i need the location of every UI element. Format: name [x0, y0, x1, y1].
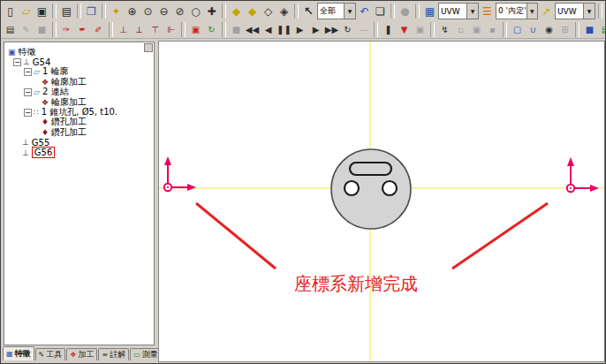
open-folder-button[interactable]: ▱: [19, 4, 34, 19]
expand-toggle-icon[interactable]: −: [24, 68, 32, 76]
sim-camera-button[interactable]: ◉: [542, 23, 557, 36]
axis-dropdown[interactable]: UVW ▼: [555, 3, 595, 19]
panel-scroll-button[interactable]: [144, 43, 153, 52]
stack-green-button[interactable]: ▤: [598, 23, 606, 36]
ucs-dropdown[interactable]: UVW ▼: [438, 3, 479, 19]
post-doc-1-button[interactable]: ✑: [59, 23, 74, 36]
zoom-highlight-button[interactable]: ✦: [109, 4, 124, 19]
filter-circle-button[interactable]: ●: [398, 4, 413, 19]
graphics-canvas[interactable]: 座標系新增完成: [158, 41, 605, 362]
chevron-down-icon[interactable]: ▼: [583, 4, 595, 19]
chevron-down-icon[interactable]: ▼: [526, 4, 537, 19]
tool-holder-button[interactable]: ❚: [381, 23, 396, 36]
separator: [181, 22, 186, 37]
tree-item-g54[interactable]: − ⊥ G54: [6, 57, 154, 66]
sim-rewind-button[interactable]: ◀◀: [245, 23, 260, 36]
sheet-button[interactable]: ❏: [373, 4, 388, 19]
tab-annotation[interactable]: ≡ 註解: [98, 348, 129, 360]
verify-button[interactable]: ▣: [188, 23, 203, 36]
sim-ffwd-button[interactable]: ▶▶: [324, 23, 339, 36]
ucs-marker-right[interactable]: [567, 157, 599, 192]
sim-cup-button[interactable]: ∪: [526, 23, 541, 36]
part-hole-right[interactable]: [383, 181, 397, 195]
toolbar-machining: ▤ ✎ ■ ✑ ✒ ✐ ⊥ ⟂ ⊤ ⊩ ▣ ↻ ■ ◀◀ ◀ ❚❚ ▶ ▶ ▶▶…: [1, 21, 605, 39]
ucs-icon: ⊥: [23, 57, 30, 66]
expand-toggle-icon[interactable]: −: [24, 109, 32, 117]
sim-stop-button[interactable]: ■: [229, 23, 244, 36]
toolpath-2-button[interactable]: ⟂: [132, 23, 147, 36]
tree-item-g56[interactable]: ⊥ G56: [6, 148, 154, 157]
hidden-line-button[interactable]: ◈: [276, 4, 292, 19]
zoom-dynamic-button[interactable]: ⊙: [140, 4, 155, 19]
paste-button[interactable]: ❐: [84, 4, 99, 19]
select-cursor-button[interactable]: ↖: [301, 4, 316, 19]
tree-item-g55[interactable]: ⊥ G55: [6, 138, 154, 148]
chevron-down-icon[interactable]: ▼: [466, 4, 478, 19]
feature-tree: ▣ 特徵 − ⊥ G54 − ▱ 1 輪廓 ❖ 輪廓加工 − ▱ 2 連結: [4, 42, 154, 157]
toolbar-standard: ▯ ▱ ▣ ▤ ❐ ✦ ⊕ ⊙ ⊖ ⊘ ○ ✚ ◆ ◆ ◇ ◈ ↖ 全部 ▼ ↶…: [1, 1, 605, 21]
nc-print-button[interactable]: ▤: [3, 23, 18, 36]
app-window: ▯ ▱ ▣ ▤ ❐ ✦ ⊕ ⊙ ⊖ ⊘ ○ ✚ ◆ ◆ ◇ ◈ ↖ 全部 ▼ ↶…: [0, 0, 606, 364]
circle-button[interactable]: ○: [188, 4, 203, 19]
zoom-out-button[interactable]: ⊖: [156, 4, 171, 19]
regenerate-button[interactable]: ↻: [204, 23, 219, 36]
chevron-down-icon[interactable]: ▼: [344, 4, 355, 19]
tab-machining[interactable]: ❖ 加工: [66, 348, 97, 360]
tool-red-button[interactable]: ▼: [397, 23, 412, 36]
drill-op-icon: ♦: [42, 128, 49, 137]
zoom-in-button[interactable]: ⊕: [125, 4, 140, 19]
nc-edit-button[interactable]: ✎: [19, 23, 34, 36]
sim-play-button[interactable]: ▶: [292, 23, 307, 36]
save-2-button[interactable]: ▣: [469, 23, 484, 36]
post-curve-button[interactable]: ✐: [91, 23, 106, 36]
pick-tool-button[interactable]: ↯: [437, 23, 452, 36]
sim-pause-button[interactable]: ❚❚: [276, 23, 292, 36]
shaded-edges-button[interactable]: ◆: [245, 4, 260, 19]
pan-button[interactable]: ✚: [204, 4, 219, 19]
cube-blue-button[interactable]: ■: [582, 23, 597, 36]
post-doc-2-button[interactable]: ✒: [75, 23, 90, 36]
shaded-button[interactable]: ◆: [229, 4, 244, 19]
tab-tools[interactable]: ✎ 工具: [35, 348, 66, 360]
sim-step-button[interactable]: ▶: [308, 23, 323, 36]
selection-filter-value: 全部: [318, 5, 337, 17]
tab-features[interactable]: ▦ 特徵: [3, 346, 34, 360]
zoom-window-button[interactable]: ⊘: [172, 4, 187, 19]
sim-machine-button[interactable]: ⊞: [557, 23, 572, 36]
mini-gray-button[interactable]: ▫: [453, 23, 468, 36]
tree-item-profile-op-1[interactable]: ❖ 輪廓加工: [6, 77, 154, 87]
sim-loop-button[interactable]: ↻: [340, 23, 355, 36]
new-file-button[interactable]: ▯: [3, 4, 18, 19]
tree-item-root[interactable]: ▣ 特徵: [6, 47, 154, 57]
toolpath-1-button[interactable]: ⊥: [116, 23, 131, 36]
print-button[interactable]: ▤: [59, 4, 74, 19]
tool-save-button[interactable]: ▣: [413, 23, 428, 36]
save-button[interactable]: ▣: [34, 4, 49, 19]
sim-dash-button[interactable]: —: [356, 23, 371, 36]
wireframe-button[interactable]: ◇: [261, 4, 276, 19]
selection-filter-dropdown[interactable]: 全部 ▼: [317, 3, 356, 19]
ucs-marker-left[interactable]: [164, 156, 196, 191]
undo-button[interactable]: ↶: [357, 4, 372, 19]
tree-item-label: G55: [32, 138, 49, 148]
ucs-cube-icon[interactable]: ▦: [422, 4, 437, 19]
layers-icon[interactable]: ☰: [480, 4, 495, 19]
axis-arrow-icon[interactable]: ↗: [539, 4, 554, 19]
expand-toggle-icon[interactable]: −: [13, 58, 21, 66]
tab-label: 註解: [110, 349, 125, 360]
part-slot[interactable]: [350, 163, 391, 175]
separator: [430, 22, 435, 37]
part-body[interactable]: [331, 149, 411, 229]
toolpath-4-button[interactable]: ⊩: [163, 23, 178, 36]
tab-measure[interactable]: ▭ 測量: [130, 348, 162, 360]
nc-lock-button[interactable]: ■: [34, 23, 49, 36]
expand-toggle-icon[interactable]: −: [24, 88, 32, 96]
block-gray-button[interactable]: ▪: [485, 23, 500, 36]
part-hole-left[interactable]: [345, 181, 359, 195]
layer-dropdown[interactable]: 0 '內定' ▼: [496, 3, 538, 19]
tree-item-drill-op-2[interactable]: ♦ 鑽孔加工: [6, 127, 154, 137]
sim-step-back-button[interactable]: ◀: [261, 23, 276, 36]
drill-op-icon: ♦: [42, 118, 49, 126]
toolpath-3-button[interactable]: ⊤: [148, 23, 163, 36]
sim-monitor-button[interactable]: ▢: [510, 23, 525, 36]
